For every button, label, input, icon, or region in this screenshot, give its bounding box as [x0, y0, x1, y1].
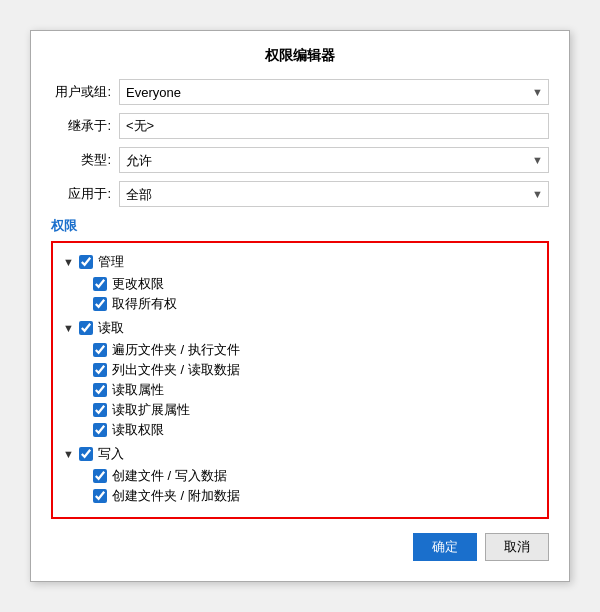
change-permissions-label: 更改权限 — [112, 275, 164, 293]
perm-group-write-header[interactable]: ▼ 写入 — [63, 443, 537, 465]
create-write-label: 创建文件 / 写入数据 — [112, 467, 227, 485]
read-perms-label: 读取权限 — [112, 421, 164, 439]
list-item: 读取属性 — [93, 381, 537, 399]
perm-group-read-header[interactable]: ▼ 读取 — [63, 317, 537, 339]
write-label: 写入 — [98, 445, 124, 463]
write-children: 创建文件 / 写入数据 创建文件夹 / 附加数据 — [93, 467, 537, 505]
type-select[interactable]: 允许 — [119, 147, 549, 173]
list-item: 列出文件夹 / 读取数据 — [93, 361, 537, 379]
permissions-box: ▼ 管理 更改权限 取得所有权 ▼ — [51, 241, 549, 519]
create-write-checkbox[interactable] — [93, 469, 107, 483]
perm-group-manage-header[interactable]: ▼ 管理 — [63, 251, 537, 273]
list-item: 创建文件夹 / 附加数据 — [93, 487, 537, 505]
inherit-row: 继承于: — [51, 113, 549, 139]
apply-select[interactable]: 全部 — [119, 181, 549, 207]
type-row: 类型: 允许 ▼ — [51, 147, 549, 173]
perm-group-manage: ▼ 管理 更改权限 取得所有权 — [63, 251, 537, 313]
user-group-select-wrapper: Everyone ▼ — [119, 79, 549, 105]
write-checkbox[interactable] — [79, 447, 93, 461]
list-item: 读取扩展属性 — [93, 401, 537, 419]
inherit-label: 继承于: — [51, 117, 111, 135]
read-attr-checkbox[interactable] — [93, 383, 107, 397]
read-checkbox[interactable] — [79, 321, 93, 335]
manage-children: 更改权限 取得所有权 — [93, 275, 537, 313]
create-folder-append-checkbox[interactable] — [93, 489, 107, 503]
expand-read-icon: ▼ — [63, 322, 77, 334]
apply-select-wrapper: 全部 ▼ — [119, 181, 549, 207]
list-item: 创建文件 / 写入数据 — [93, 467, 537, 485]
perm-group-write: ▼ 写入 创建文件 / 写入数据 创建文件夹 / 附加数据 — [63, 443, 537, 505]
list-read-checkbox[interactable] — [93, 363, 107, 377]
read-attr-label: 读取属性 — [112, 381, 164, 399]
user-group-label: 用户或组: — [51, 83, 111, 101]
read-ext-attr-checkbox[interactable] — [93, 403, 107, 417]
list-item: 取得所有权 — [93, 295, 537, 313]
read-perms-checkbox[interactable] — [93, 423, 107, 437]
footer-buttons: 确定 取消 — [51, 533, 549, 561]
list-item: 遍历文件夹 / 执行文件 — [93, 341, 537, 359]
expand-write-icon: ▼ — [63, 448, 77, 460]
write-checkbox-item: 写入 — [79, 445, 124, 463]
manage-checkbox[interactable] — [79, 255, 93, 269]
type-select-wrapper: 允许 ▼ — [119, 147, 549, 173]
list-item: 读取权限 — [93, 421, 537, 439]
dialog-title: 权限编辑器 — [51, 47, 549, 65]
read-label: 读取 — [98, 319, 124, 337]
read-checkbox-item: 读取 — [79, 319, 124, 337]
permissions-section-label: 权限 — [51, 217, 549, 235]
cancel-button[interactable]: 取消 — [485, 533, 549, 561]
list-read-label: 列出文件夹 / 读取数据 — [112, 361, 240, 379]
create-folder-append-label: 创建文件夹 / 附加数据 — [112, 487, 240, 505]
confirm-button[interactable]: 确定 — [413, 533, 477, 561]
change-permissions-checkbox[interactable] — [93, 277, 107, 291]
apply-row: 应用于: 全部 ▼ — [51, 181, 549, 207]
traverse-execute-label: 遍历文件夹 / 执行文件 — [112, 341, 240, 359]
read-ext-attr-label: 读取扩展属性 — [112, 401, 190, 419]
user-group-row: 用户或组: Everyone ▼ — [51, 79, 549, 105]
type-label: 类型: — [51, 151, 111, 169]
expand-manage-icon: ▼ — [63, 256, 77, 268]
take-ownership-checkbox[interactable] — [93, 297, 107, 311]
list-item: 更改权限 — [93, 275, 537, 293]
apply-label: 应用于: — [51, 185, 111, 203]
traverse-execute-checkbox[interactable] — [93, 343, 107, 357]
read-children: 遍历文件夹 / 执行文件 列出文件夹 / 读取数据 读取属性 读取扩展属性 读取… — [93, 341, 537, 439]
permissions-dialog: 权限编辑器 用户或组: Everyone ▼ 继承于: 类型: 允许 ▼ 应用于… — [30, 30, 570, 582]
manage-checkbox-item: 管理 — [79, 253, 124, 271]
user-group-select[interactable]: Everyone — [119, 79, 549, 105]
manage-label: 管理 — [98, 253, 124, 271]
inherit-input[interactable] — [119, 113, 549, 139]
take-ownership-label: 取得所有权 — [112, 295, 177, 313]
perm-group-read: ▼ 读取 遍历文件夹 / 执行文件 列出文件夹 / 读取数据 读取属性 — [63, 317, 537, 439]
